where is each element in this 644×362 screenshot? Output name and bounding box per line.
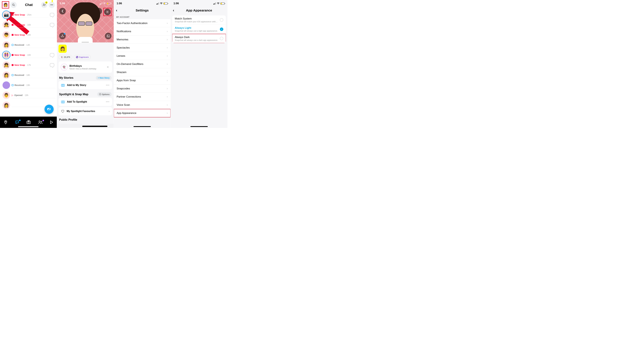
reply-icon[interactable] (50, 23, 54, 27)
search-button[interactable] (10, 2, 17, 8)
settings-row[interactable]: Notifications› (114, 27, 171, 35)
more-button[interactable]: ••• (48, 2, 55, 8)
appearance-option[interactable]: Always LightSnapchat will always use a l… (172, 25, 226, 34)
search-icon (12, 3, 15, 6)
add-friend-button[interactable]: 1 (41, 2, 47, 8)
reply-icon[interactable] (50, 53, 54, 57)
more-icon[interactable]: ••• (106, 100, 110, 103)
settings-label: Memories (117, 38, 128, 41)
chat-status: Opened (14, 94, 22, 96)
chevron-right-icon: › (167, 54, 168, 57)
score-pill[interactable]: 👻23,373 (58, 55, 72, 59)
settings-label: Lenses (117, 54, 125, 57)
back-button[interactable] (59, 8, 66, 14)
new-story-button[interactable]: +New Story (96, 76, 111, 80)
reply-icon[interactable] (50, 13, 54, 17)
background-button[interactable] (105, 33, 112, 39)
options-button[interactable]: ⓘOptions (97, 92, 111, 96)
chat-avatar: 👧 (2, 61, 10, 69)
zodiac-icon: ♑ (76, 56, 78, 58)
new-chat-fab[interactable] (44, 105, 54, 114)
chat-status: New Snap (14, 23, 25, 26)
chat-row[interactable]: 📷 New Snap· 25m (1, 10, 57, 20)
section-label: MY ACCOUNT (114, 14, 171, 19)
app-appearance-screen: 1:06 ‹ App Appearance Match SystemSnapch… (171, 0, 228, 128)
sheet-grabber[interactable] (82, 42, 89, 42)
settings-button-highlighted[interactable] (103, 8, 112, 16)
settings-label: Apps from Snap (117, 79, 136, 82)
add-to-story-row[interactable]: Add to My Story ••• (58, 81, 112, 89)
profile-screen: 1:06 (57, 0, 114, 128)
chevron-right-icon: › (167, 87, 168, 90)
heart-icon (61, 110, 64, 113)
radio-button[interactable]: ✓ (220, 27, 223, 31)
outfit-button[interactable] (59, 33, 66, 39)
bottom-nav (0, 117, 57, 128)
add-to-spotlight-row[interactable]: Add To Spotlight ••• (58, 98, 112, 106)
settings-row[interactable]: App Appearance› (114, 109, 171, 117)
settings-row[interactable]: Partner Connections› (114, 93, 171, 101)
wifi-icon (217, 2, 220, 4)
nav-map[interactable] (4, 120, 8, 124)
birthdays-card[interactable]: 👻 Birthdays Never miss a friend's birthd… (58, 61, 112, 73)
svg-point-10 (41, 121, 42, 122)
settings-row[interactable]: On-Demand Geofilters› (114, 60, 171, 68)
chat-screen: 👩 Chat 1 ••• 📷 New Snap· 25m 👧 New Snap·… (0, 0, 57, 128)
chat-row[interactable]: 👨 ▷Opened· 19h (1, 90, 57, 100)
spotlight-section-header: Spotlight & Snap Map ⓘOptions (58, 90, 112, 98)
settings-row[interactable]: Voice Scan› (114, 101, 171, 109)
svg-point-11 (104, 4, 104, 4)
camera-icon (26, 120, 31, 124)
settings-row[interactable]: Two-Factor Authentication› (114, 19, 171, 27)
settings-label: Shazam (117, 71, 126, 74)
settings-row[interactable]: Apps from Snap› (114, 76, 171, 84)
svg-point-19 (62, 101, 64, 103)
settings-label: Two-Factor Authentication (117, 22, 148, 25)
chat-row[interactable]: Received· 19h (1, 80, 57, 90)
spotlight-favourites-row[interactable]: My Spotlight Favourites › (58, 107, 112, 115)
bitmoji-avatar[interactable] (72, 8, 98, 42)
chat-row[interactable]: 👧 New Snap· 17h (1, 60, 57, 70)
wifi-icon (160, 2, 162, 4)
appearance-option[interactable]: Match SystemSnapchat will match your iOS… (172, 15, 226, 25)
people-icon (38, 120, 43, 124)
nav-spotlight[interactable] (50, 120, 53, 124)
svg-point-15 (108, 35, 108, 36)
chat-list[interactable]: 📷 New Snap· 25m 👧 New Snap· 16h 👦 New Sn… (0, 10, 57, 110)
radio-button[interactable] (220, 18, 223, 22)
settings-row[interactable]: Lenses› (114, 52, 171, 60)
svg-point-9 (39, 121, 40, 122)
svg-point-2 (43, 4, 44, 5)
more-icon[interactable]: ••• (106, 84, 110, 87)
settings-row[interactable]: Snapcodes› (114, 84, 171, 93)
nav-chat[interactable] (15, 120, 19, 124)
reply-icon[interactable] (50, 63, 54, 67)
page-title: Settings (116, 8, 168, 12)
snapcode[interactable]: 👩 (58, 45, 67, 53)
chat-row[interactable]: 👦 New Snap· 16h (1, 30, 57, 40)
settings-row[interactable]: Memories› (114, 35, 171, 44)
settings-label: Partner Connections (117, 95, 141, 98)
option-subtitle: Snapchat will match your iOS appearance … (175, 20, 218, 23)
profile-avatar-highlighted[interactable]: 👩 (2, 1, 9, 8)
chat-header: 👩 Chat 1 ••• (0, 0, 57, 10)
close-icon[interactable]: ✕ (106, 65, 110, 69)
chat-row[interactable]: 👩 Received· 18h (1, 70, 57, 80)
settings-row[interactable]: Spectacles› (114, 44, 171, 52)
nav-stories[interactable] (38, 120, 43, 124)
chat-status: New Snap (14, 54, 25, 56)
profile-hero: 1:06 (57, 0, 114, 42)
outfit-dot (64, 33, 66, 34)
appearance-option[interactable]: Always DarkSnapchat will always use a da… (172, 34, 226, 43)
settings-row[interactable]: Shazam› (114, 68, 171, 76)
friend-badge: 1 (45, 1, 48, 3)
chat-row[interactable]: 👩 Received· 14h (1, 40, 57, 50)
settings-header: ‹ Settings (114, 6, 171, 14)
zodiac-pill[interactable]: ♑Capricorn (74, 55, 91, 59)
nav-camera[interactable] (26, 120, 31, 124)
chat-row[interactable]: 👧 New Snap· 16h (1, 20, 57, 30)
stories-section-header: My Stories +New Story (58, 74, 112, 81)
chat-avatar: 👧 (2, 21, 10, 28)
chat-row[interactable]: 👭 New Snap· 16h (1, 50, 57, 60)
radio-button[interactable] (220, 37, 223, 40)
